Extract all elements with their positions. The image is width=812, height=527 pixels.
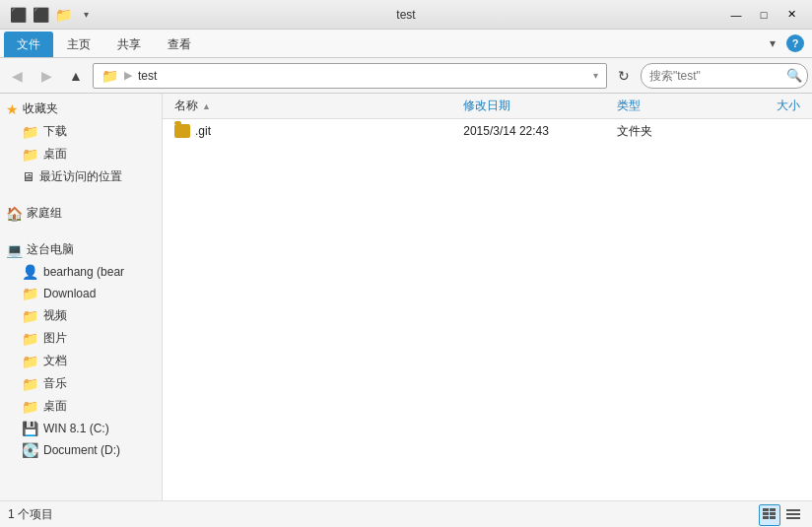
help-button[interactable]: ? <box>786 34 804 52</box>
col-header-date[interactable]: 修改日期 <box>463 98 616 114</box>
sidebar-item-label: 下载 <box>43 123 67 140</box>
file-date-cell: 2015/3/14 22:43 <box>463 124 616 138</box>
address-chevron-icon: ▾ <box>593 70 598 81</box>
sidebar-header-favorites[interactable]: ★ 收藏夹 <box>0 98 162 120</box>
sidebar: ★ 收藏夹 📁 下载 📁 桌面 🖥 最近访问的位置 🏠 家庭组 <box>0 94 163 500</box>
file-list: .git 2015/3/14 22:43 文件夹 <box>163 119 812 500</box>
sidebar-item-winc[interactable]: 💾 WIN 8.1 (C:) <box>0 418 162 439</box>
sidebar-item-label: 文档 <box>43 353 67 369</box>
sidebar-item-label: Document (D:) <box>43 443 120 457</box>
quick-arrow-btn[interactable]: ▾ <box>76 5 96 25</box>
up-button[interactable]: ▲ <box>63 63 89 89</box>
search-input[interactable] <box>641 63 808 89</box>
sidebar-item-label: 桌面 <box>43 398 67 415</box>
sidebar-item-documents[interactable]: 📁 文档 <box>0 350 162 372</box>
sidebar-favorites-label: 收藏夹 <box>23 100 58 117</box>
sidebar-header-thispc[interactable]: 💻 这台电脑 <box>0 238 162 261</box>
sidebar-item-recent[interactable]: 🖥 最近访问的位置 <box>0 165 162 188</box>
sidebar-item-music[interactable]: 📁 音乐 <box>0 372 162 395</box>
sidebar-item-label: bearhang (bear <box>43 265 124 279</box>
sidebar-section-favorites: ★ 收藏夹 📁 下载 📁 桌面 🖥 最近访问的位置 <box>0 98 162 188</box>
sidebar-section-thispc: 💻 这台电脑 👤 bearhang (bear 📁 Download 📁 视频 … <box>0 238 162 461</box>
file-type-cell: 文件夹 <box>617 123 732 140</box>
view-list-button[interactable] <box>782 504 804 526</box>
window-controls: — □ ✕ <box>723 4 804 26</box>
svg-rect-7 <box>786 513 800 515</box>
column-headers: 名称 ▲ 修改日期 类型 大小 <box>163 94 812 119</box>
quick-access-icon[interactable]: ⬛ <box>8 5 28 25</box>
sidebar-item-label: 最近访问的位置 <box>39 168 122 185</box>
file-name: .git <box>195 124 211 138</box>
folder-icon: 📁 <box>22 308 38 324</box>
sort-arrow-icon: ▲ <box>202 101 211 111</box>
sidebar-header-homegroup[interactable]: 🏠 家庭组 <box>0 202 162 225</box>
close-button[interactable]: ✕ <box>778 4 804 26</box>
address-folder-icon: 📁 <box>102 68 118 84</box>
quick-access-toolbar: ⬛ ⬛ 📁 ▾ <box>8 5 96 25</box>
back-button[interactable]: ◀ <box>4 63 30 89</box>
svg-rect-0 <box>763 508 769 511</box>
status-item-count: 1 个项目 <box>8 506 53 523</box>
drive-c-icon: 💾 <box>22 421 38 436</box>
sidebar-homegroup-label: 家庭组 <box>27 205 62 222</box>
tab-file[interactable]: 文件 <box>4 32 53 57</box>
tab-view[interactable]: 查看 <box>155 32 204 57</box>
folder-icon: 📁 <box>22 376 38 392</box>
folder-icon: 📁 <box>22 286 38 301</box>
sidebar-item-label: 音乐 <box>43 375 67 392</box>
computer-icon: 💻 <box>6 242 23 258</box>
search-wrap: 🔍 <box>641 63 808 89</box>
folder-file-icon <box>174 124 190 138</box>
file-name-cell: .git <box>167 124 463 138</box>
address-path: test <box>138 69 157 83</box>
quick-folder-btn[interactable]: 📁 <box>53 5 73 25</box>
refresh-button[interactable]: ↻ <box>611 63 637 89</box>
drive-d-icon: 💽 <box>22 442 38 458</box>
view-details-button[interactable] <box>759 504 780 526</box>
sidebar-thispc-label: 这台电脑 <box>27 241 74 258</box>
search-icon[interactable]: 🔍 <box>786 68 802 83</box>
minimize-button[interactable]: — <box>723 4 749 26</box>
sidebar-item-desktop2[interactable]: 📁 桌面 <box>0 395 162 418</box>
sidebar-section-homegroup: 🏠 家庭组 <box>0 202 162 225</box>
ribbon: 文件 主页 共享 查看 ▾ ? <box>0 30 812 58</box>
ribbon-tabs: 文件 主页 共享 查看 <box>0 30 208 57</box>
tab-home[interactable]: 主页 <box>54 32 103 57</box>
sidebar-item-pictures[interactable]: 📁 图片 <box>0 327 162 350</box>
content-area: 名称 ▲ 修改日期 类型 大小 .git 2015/3/14 22:43 文件夹 <box>163 94 812 500</box>
quick-save-btn[interactable]: ⬛ <box>31 5 50 25</box>
svg-rect-1 <box>763 512 769 515</box>
folder-icon: 📁 <box>22 399 38 415</box>
screen-icon: 🖥 <box>22 169 34 184</box>
tab-share[interactable]: 共享 <box>104 32 154 57</box>
sidebar-item-downloads[interactable]: 📁 下载 <box>0 120 162 143</box>
sidebar-item-label: 图片 <box>43 330 67 347</box>
svg-rect-3 <box>770 508 776 511</box>
view-toggle-buttons <box>759 504 804 526</box>
col-header-name[interactable]: 名称 ▲ <box>167 98 463 114</box>
address-bar: ◀ ▶ ▲ 📁 ▶ test ▾ ↻ 🔍 <box>0 58 812 94</box>
sidebar-item-desktop[interactable]: 📁 桌面 <box>0 143 162 165</box>
forward-button[interactable]: ▶ <box>34 63 59 89</box>
svg-rect-6 <box>786 509 800 511</box>
star-icon: ★ <box>6 101 19 117</box>
table-row[interactable]: .git 2015/3/14 22:43 文件夹 <box>163 119 812 143</box>
folder-icon: 📁 <box>22 124 38 140</box>
status-bar: 1 个项目 <box>0 500 812 527</box>
sidebar-item-label: 桌面 <box>43 146 67 163</box>
sidebar-item-download[interactable]: 📁 Download <box>0 283 162 304</box>
restore-button[interactable]: □ <box>751 4 777 26</box>
sidebar-item-label: WIN 8.1 (C:) <box>43 422 109 435</box>
col-header-size[interactable]: 大小 <box>731 98 808 114</box>
sidebar-item-videos[interactable]: 📁 视频 <box>0 304 162 327</box>
user-icon: 👤 <box>22 264 38 280</box>
col-header-type[interactable]: 类型 <box>617 98 732 114</box>
list-view-icon <box>786 508 800 522</box>
address-box[interactable]: 📁 ▶ test ▾ <box>93 63 607 89</box>
ribbon-collapse-btn[interactable]: ▾ <box>763 33 782 53</box>
title-bar: ⬛ ⬛ 📁 ▾ test — □ ✕ <box>0 0 812 30</box>
main-area: ★ 收藏夹 📁 下载 📁 桌面 🖥 最近访问的位置 🏠 家庭组 <box>0 94 812 500</box>
sidebar-item-bearhang[interactable]: 👤 bearhang (bear <box>0 261 162 283</box>
sidebar-item-docd[interactable]: 💽 Document (D:) <box>0 439 162 461</box>
svg-rect-5 <box>770 516 776 519</box>
